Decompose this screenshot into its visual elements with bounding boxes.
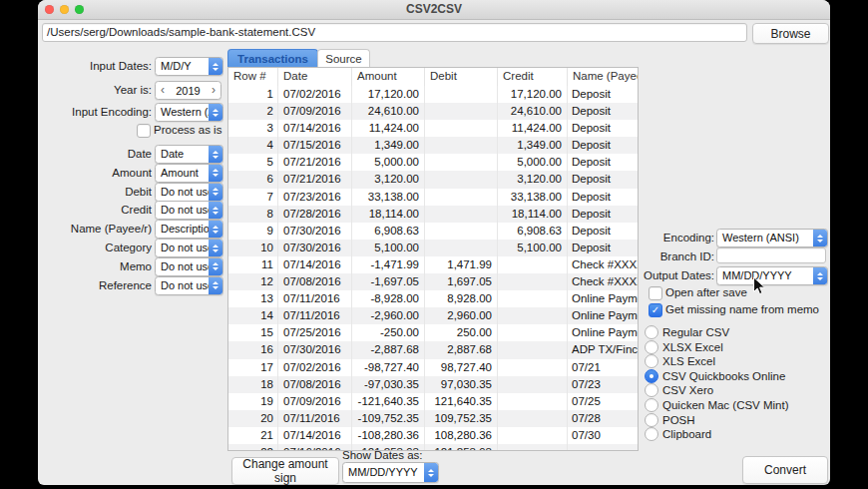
format-option[interactable]: Clipboard (645, 427, 711, 441)
show-dates-dropdown[interactable]: MM/DD/YYYY (342, 462, 439, 483)
table-row[interactable]: 1407/11/2016-2,960.002,960.00Online Paym… (228, 307, 638, 324)
browse-button[interactable]: Browse (752, 23, 829, 44)
format-option[interactable]: Regular CSV (645, 325, 729, 339)
field-dropdown[interactable]: Date (155, 145, 223, 164)
table-cell: 1,471.99 (425, 256, 498, 273)
table-row[interactable]: 707/23/201633,138.0033,138.00Deposit (228, 189, 638, 206)
radio-icon (645, 398, 658, 412)
table-row[interactable]: 507/21/20165,000.005,000.00Deposit (228, 154, 638, 171)
radio-icon (645, 325, 658, 339)
column-header[interactable]: Amount (352, 68, 425, 86)
format-option[interactable]: POSH (645, 413, 695, 427)
column-header[interactable]: Name (Payee/ (568, 68, 639, 86)
column-header[interactable]: Row # (228, 68, 278, 86)
output-dates-dropdown[interactable]: MM/DD/YYYY (716, 266, 828, 285)
table-cell: 07/14/2016 (278, 256, 352, 273)
field-dropdown[interactable]: Do not use (155, 201, 223, 220)
table-row[interactable]: 1807/08/2016-97,030.3597,030.3507/23 (228, 376, 638, 393)
stepper-icon (209, 146, 222, 163)
table-row[interactable]: 1107/14/2016-1,471.991,471.99Check #XXXX (228, 256, 638, 273)
table-row[interactable]: 307/14/201611,424.0011,424.00Deposit (228, 120, 638, 137)
field-dropdown[interactable]: Amount (155, 164, 223, 183)
encoding-dropdown[interactable]: Western (ANSI) (716, 229, 828, 247)
table-row[interactable]: 807/28/201618,114.0018,114.00Deposit (228, 206, 638, 223)
table-cell (498, 307, 568, 324)
table-row[interactable]: 1307/11/2016-8,928.008,928.00Online Paym… (228, 290, 638, 307)
chevron-right-icon[interactable]: › (207, 83, 220, 98)
table-row[interactable]: 1507/25/2016-250.00250.00Online Paymen (228, 324, 638, 341)
column-header[interactable]: Credit (498, 68, 568, 86)
table-cell: 07/21/2016 (278, 154, 352, 171)
table-cell: 11,424.00 (498, 120, 568, 137)
field-value: Do not use (156, 258, 209, 275)
field-value: Do not use (156, 202, 209, 219)
output-dates-label: Output Dates: (644, 269, 714, 281)
field-dropdown[interactable]: Do not use (155, 257, 223, 276)
radio-icon (645, 340, 658, 354)
table-cell: 07/02/2016 (278, 86, 352, 103)
input-dates-dropdown[interactable]: M/D/Y (155, 57, 223, 76)
table-row[interactable]: 407/15/20161,349.001,349.00Deposit (228, 137, 638, 154)
table-row[interactable]: 1607/30/2016-2,887.682,887.68ADP TX/Finc… (228, 341, 638, 358)
table-cell (425, 154, 498, 171)
table-row[interactable]: 607/21/20163,120.003,120.00Deposit (228, 171, 638, 188)
format-option[interactable]: CSV Quickbooks Online (645, 369, 785, 383)
table-cell (425, 206, 498, 223)
field-value: Description (156, 221, 209, 238)
open-after-save-label: Open after save (665, 286, 747, 298)
format-option[interactable]: Quicken Mac (CSV Mint) (645, 398, 789, 412)
table-cell: 24,610.00 (498, 103, 568, 120)
field-value: Date (156, 146, 209, 163)
table-cell: -121,640.35 (352, 393, 425, 410)
column-header[interactable]: Debit (425, 68, 498, 86)
table-row[interactable]: 1007/30/20165,100.005,100.00Deposit (228, 240, 638, 256)
format-option[interactable]: XLS Excel (645, 354, 715, 368)
table-row[interactable]: 1707/02/2016-98,727.4098,727.4007/21 (228, 359, 638, 376)
chevron-left-icon[interactable]: ‹ (156, 83, 170, 98)
convert-button[interactable]: Convert (742, 456, 828, 484)
table-cell (498, 410, 568, 427)
field-dropdown[interactable]: Description (155, 220, 223, 239)
table-row[interactable]: 907/30/20166,908.636,908.63Deposit (228, 223, 638, 240)
table-cell: 4 (228, 137, 278, 154)
table-row[interactable]: 2007/11/2016-109,752.35109,752.3507/28 (228, 410, 638, 427)
stepper-icon (209, 202, 222, 219)
format-option[interactable]: XLSX Excel (645, 340, 723, 354)
column-header[interactable]: Date (278, 68, 352, 86)
table-cell: 07/30/2016 (278, 341, 352, 358)
table-cell (425, 189, 498, 206)
tab-source[interactable]: Source (317, 49, 370, 68)
file-path-input[interactable]: /Users/serg/Downloads/sample-bank-statem… (42, 23, 747, 42)
field-label: Category (105, 242, 152, 253)
branch-id-input[interactable] (716, 247, 826, 263)
table-row[interactable]: 2107/14/2016-108,280.36108,280.3607/30 (228, 427, 638, 444)
field-dropdown[interactable]: Do not use (155, 239, 223, 257)
table-body[interactable]: 107/02/201617,120.0017,120.00Deposit207/… (228, 86, 638, 450)
year-stepper[interactable]: ‹ 2019 › (155, 81, 221, 100)
field-value: Do not use (156, 184, 209, 201)
input-encoding-dropdown[interactable]: Western (ANS (155, 103, 223, 122)
format-option-label: XLSX Excel (662, 341, 723, 353)
format-option[interactable]: CSV Xero (645, 383, 713, 397)
table-cell: 07/23/2016 (278, 189, 352, 206)
table-row[interactable]: 207/09/201624,610.0024,610.00Deposit (228, 103, 638, 120)
open-after-save-checkbox[interactable]: ✓ (649, 286, 662, 300)
field-label: Amount (112, 167, 152, 179)
table-cell: 17,120.00 (352, 86, 425, 103)
table-row[interactable]: 107/02/201617,120.0017,120.00Deposit (228, 86, 638, 103)
table-cell: 6,908.63 (352, 223, 425, 240)
table-row[interactable]: 2207/16/2016-121,853.93121,853.93 (228, 444, 638, 450)
process-as-is-checkbox[interactable] (137, 124, 151, 138)
table-row[interactable]: 1207/08/2016-1,697.051,697.05Check #XXXX (228, 273, 638, 290)
field-dropdown[interactable]: Do not use (155, 183, 223, 202)
tab-transactions[interactable]: Transactions (227, 49, 318, 68)
window-title: CSV2CSV (38, 0, 830, 19)
table-header: Row #DateAmountDebitCreditName (Payee/ (228, 68, 638, 87)
change-amount-sign-button[interactable]: Change amount sign (231, 457, 339, 485)
table-row[interactable]: 1907/09/2016-121,640.35121,640.3507/25 (228, 393, 638, 410)
stepper-icon (209, 258, 222, 275)
get-missing-name-checkbox[interactable]: ✓ (649, 303, 662, 317)
field-dropdown[interactable]: Do not use (155, 276, 223, 295)
table-cell: 18,114.00 (498, 206, 568, 223)
table-cell: Deposit (568, 223, 638, 240)
